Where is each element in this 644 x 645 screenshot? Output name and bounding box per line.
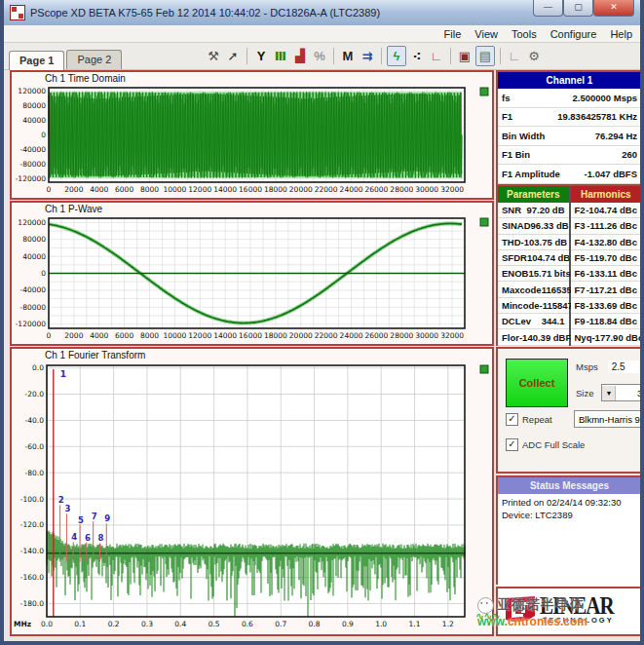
repeat-option: ✓ Repeat: [506, 413, 552, 426]
svg-text:-160.0: -160.0: [20, 573, 44, 582]
cursor-icon[interactable]: ➚: [224, 47, 242, 65]
y-axis-icon[interactable]: Y: [252, 47, 270, 65]
minimize-button[interactable]: —: [533, 0, 563, 17]
svg-text:7: 7: [92, 512, 97, 521]
close-button[interactable]: ✕: [593, 0, 634, 17]
menu-help[interactable]: Help: [610, 28, 632, 40]
collect-button[interactable]: Collect: [506, 359, 568, 407]
msps-input[interactable]: 2.5: [608, 360, 639, 373]
tab-page-1[interactable]: Page 1: [9, 51, 64, 70]
svg-text:0.8: 0.8: [309, 620, 321, 628]
max-avg-icon[interactable]: M: [339, 47, 357, 65]
svg-text:1.2: 1.2: [442, 620, 454, 628]
lt-flag-icon: [504, 594, 537, 627]
table-row: Mincode-115847: [498, 298, 569, 314]
menu-configure[interactable]: Configure: [550, 28, 597, 40]
svg-text:-180.0: -180.0: [20, 599, 44, 608]
menu-view[interactable]: View: [474, 28, 498, 40]
pwave-plot[interactable]: 12000080000400000-40000-80000-1200000200…: [12, 215, 492, 343]
svg-text:-40000: -40000: [19, 145, 46, 154]
svg-text:0.6: 0.6: [242, 620, 253, 628]
menu-tools[interactable]: Tools: [511, 28, 537, 40]
svg-text:0.2: 0.2: [108, 620, 120, 628]
table-row: ENOB15.71 bits: [498, 266, 569, 282]
page-tabs: Page 1Page 2: [9, 50, 124, 69]
time-domain-plot[interactable]: 12000080000400000-40000-80000-1200000200…: [12, 85, 492, 197]
status-header: Status Messages: [498, 477, 641, 494]
svg-text:4000: 4000: [90, 331, 108, 340]
svg-text:30000: 30000: [415, 331, 438, 340]
repeat-checkbox[interactable]: ✓: [506, 413, 518, 426]
svg-text:0: 0: [41, 131, 46, 139]
svg-text:40000: 40000: [22, 116, 46, 125]
svg-text:0.3: 0.3: [141, 620, 153, 628]
menu-file[interactable]: File: [444, 28, 462, 40]
title-bar[interactable]: PScope XD BETA K75-65 Feb 12 2014 10:44:…: [4, 0, 640, 26]
table-row: Bin Width76.294 Hz: [498, 127, 641, 146]
maximize-button[interactable]: ▢: [563, 0, 593, 17]
window-title: PScope XD BETA K75-65 Feb 12 2014 10:44:…: [30, 7, 380, 19]
toolbar: ⚒➚YⅢ▟%M⇉ϟ⁖∟▣▤∟⚙: [204, 45, 544, 67]
repeat-label: Repeat: [522, 414, 552, 425]
polygon-icon[interactable]: ∟: [428, 47, 445, 65]
svg-text:-100.0: -100.0: [20, 495, 44, 504]
linear-technology-logo: LINEAR TECHNOLOGY: [504, 594, 614, 627]
svg-text:0.0: 0.0: [32, 363, 44, 372]
settings-icon[interactable]: ⚙: [525, 47, 543, 65]
svg-text:MHz: MHz: [14, 620, 31, 628]
svg-text:1: 1: [60, 369, 66, 379]
table-row: F7-117.21 dBc: [571, 282, 642, 297]
toolbar-separator: [333, 48, 334, 64]
table-row: F2-104.74 dBc: [571, 203, 642, 218]
svg-text:8000: 8000: [140, 185, 159, 194]
snap-icon[interactable]: ⁖: [408, 47, 426, 65]
dropdown-arrow-icon[interactable]: ▼: [602, 386, 616, 400]
device-icon[interactable]: ▣: [456, 47, 474, 65]
pscope-window: PScope XD BETA K75-65 Feb 12 2014 10:44:…: [0, 0, 644, 645]
logo-text-linear: LINEAR: [540, 592, 614, 621]
svg-text:30000: 30000: [415, 185, 438, 194]
svg-text:26000: 26000: [364, 185, 388, 194]
svg-text:5: 5: [78, 515, 84, 525]
svg-text:14000: 14000: [213, 331, 237, 340]
histogram-icon[interactable]: ▟: [291, 47, 309, 65]
waveform-icon[interactable]: Ⅲ: [272, 47, 289, 65]
size-select[interactable]: ▼ 32768: [601, 384, 644, 401]
harmonics-header: Harmonics: [571, 186, 642, 203]
menu-bar: FileViewToolsConfigureHelp: [4, 25, 640, 43]
logo-box: LINEAR TECHNOLOGY: [496, 587, 643, 636]
svg-text:28000: 28000: [390, 185, 413, 194]
table-row: fs2.500000 Msps: [498, 89, 641, 108]
svg-text:1.0: 1.0: [375, 620, 387, 628]
svg-text:10000: 10000: [163, 331, 186, 340]
status-line: Device: LTC2389: [502, 510, 637, 522]
svg-text:32000: 32000: [440, 331, 464, 340]
collect-trace-icon[interactable]: ϟ: [387, 46, 406, 66]
collect-box: Collect Msps 2.5 Size ▼ 32768 ✓ Repeat B…: [496, 347, 643, 474]
run-avg-icon[interactable]: ⇉: [359, 47, 376, 65]
adc-full-scale-checkbox[interactable]: ✓: [506, 438, 518, 451]
svg-text:16000: 16000: [239, 185, 262, 194]
svg-text:-80000: -80000: [19, 303, 46, 312]
adc-full-scale-label: ADC Full Scale: [522, 439, 585, 450]
fft-plot[interactable]: 2345678910.0-20.0-40.0-60.0-80.0-100.0-1…: [12, 361, 492, 633]
tab-toolbar-row: Page 1Page 2 ⚒➚YⅢ▟%M⇉ϟ⁖∟▣▤∟⚙: [4, 43, 640, 70]
toolbar-separator: [500, 48, 501, 64]
svg-text:0.0: 0.0: [41, 620, 53, 628]
svg-text:0.1: 0.1: [74, 620, 86, 628]
corner-icon[interactable]: ∟: [506, 47, 523, 65]
tools-icon[interactable]: ⚒: [205, 47, 222, 65]
table-row: SFDR104.74 dB: [498, 250, 569, 266]
svg-text:9: 9: [104, 513, 110, 523]
svg-text:3: 3: [64, 504, 70, 513]
percent-icon[interactable]: %: [311, 47, 328, 65]
msps-label: Msps: [576, 361, 598, 372]
tab-page-2[interactable]: Page 2: [66, 50, 122, 69]
svg-text:120000: 120000: [18, 87, 46, 95]
window-select[interactable]: Blkmn-Harris 92dB ▼: [574, 410, 644, 428]
svg-text:4: 4: [71, 532, 77, 542]
svg-text:80000: 80000: [22, 101, 46, 110]
table-row: DCLev344.1: [498, 314, 569, 329]
svg-text:32000: 32000: [440, 185, 464, 194]
notes-icon[interactable]: ▤: [475, 46, 495, 66]
